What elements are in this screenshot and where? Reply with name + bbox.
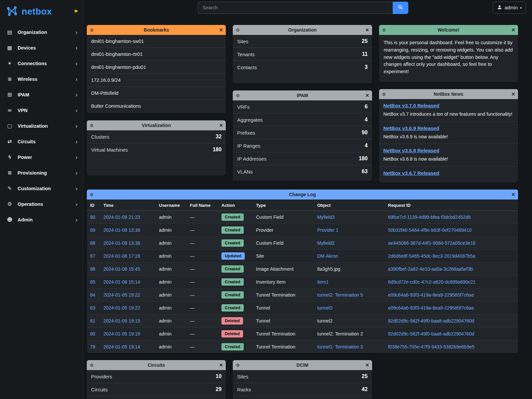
news-link[interactable]: NetBox v3.6.7 Released: [383, 170, 439, 176]
request-id-link[interactable]: a390fbef-2a82-4e10-aa0a-3c268aa5ef3b: [388, 266, 473, 272]
sidebar-item-devices[interactable]: ▦ Devices ›: [0, 40, 83, 56]
change-id-link[interactable]: 84: [90, 292, 95, 298]
widget-config-icon[interactable]: ⚙: [236, 28, 240, 32]
request-id-link[interactable]: 69fce7cf-1139-4d99-bfea-f3dcbd2452d6: [388, 214, 471, 220]
object-link[interactable]: tunnel2: Termination 5: [317, 292, 363, 298]
sidebar-item-provisioning[interactable]: ≡ Provisioning ›: [0, 165, 83, 181]
widget-close-icon[interactable]: ×: [219, 122, 223, 128]
request-id-link[interactable]: 92d02d9c-562f-49f0-baa8-adb22904760d: [388, 331, 474, 336]
widget-config-icon[interactable]: ⚙: [382, 28, 386, 32]
change-id-link[interactable]: 87: [90, 253, 95, 259]
stat-value[interactable]: 25: [362, 38, 368, 44]
change-id-link[interactable]: 85: [90, 279, 95, 285]
widget-close-icon[interactable]: ×: [511, 192, 515, 198]
widget-config-icon[interactable]: ⚙: [90, 193, 94, 197]
sidebar-item-connections[interactable]: ✴ Connections ›: [0, 56, 83, 71]
news-link[interactable]: NetBox v3.7.0 Released: [383, 103, 439, 108]
sidebar-item-operations[interactable]: ⚙ Operations ›: [0, 196, 83, 212]
stat-value[interactable]: 63: [362, 169, 368, 175]
object-link[interactable]: item1: [317, 279, 329, 285]
change-id-link[interactable]: 83: [90, 305, 95, 311]
request-id-link[interactable]: 50b32f40-5464-4f9c-b83f-0ef270489410: [388, 227, 471, 233]
bookmark-link[interactable]: Butler Communications: [87, 99, 226, 112]
stat-value[interactable]: 180: [213, 147, 222, 153]
stat-value[interactable]: 42: [362, 386, 368, 392]
search-input[interactable]: [198, 2, 393, 14]
widget-config-icon[interactable]: ⚙: [236, 93, 240, 98]
bookmark-link[interactable]: 172.16.0.9/24: [87, 73, 226, 86]
news-link[interactable]: NetBox v3.6.9 Released: [383, 125, 439, 131]
search-button[interactable]: [393, 2, 408, 14]
request-id-link[interactable]: e09c64a6-93f3-419a-8ea9-229585f7c6ae: [388, 305, 474, 311]
change-time-link[interactable]: 2024-01-08 15:14: [103, 279, 140, 285]
sidebar-item-vpn[interactable]: ∞ VPN ›: [0, 102, 83, 118]
object-link[interactable]: Myfield2: [317, 240, 334, 246]
change-id-link[interactable]: 89: [90, 227, 95, 233]
widget-config-icon[interactable]: ⚙: [90, 28, 94, 32]
object-link[interactable]: Myfield3: [317, 214, 334, 220]
widget-close-icon[interactable]: ×: [219, 27, 223, 33]
widget-config-icon[interactable]: ⚙: [90, 123, 94, 128]
request-id-link[interactable]: 92d02d9c-562f-49f0-baa8-adb22904760d: [388, 318, 474, 324]
change-time-link[interactable]: 2024-01-09 13:38: [103, 240, 140, 246]
change-time-link[interactable]: 2024-01-08 15:45: [103, 266, 140, 272]
widget-close-icon[interactable]: ×: [365, 362, 369, 368]
change-id-link[interactable]: 81: [90, 318, 95, 324]
request-id-link[interactable]: 2d6d6e8f-5465-45dc-8ec3-2019d4087b5a: [388, 253, 475, 259]
stat-value[interactable]: 10: [216, 373, 222, 379]
widget-close-icon[interactable]: ×: [511, 91, 515, 97]
stat-value[interactable]: 25: [362, 373, 368, 379]
sidebar-pin-icon[interactable]: ⚑: [74, 9, 78, 15]
sidebar-item-organization[interactable]: ▤ Organization ›: [0, 24, 83, 40]
bookmark-link[interactable]: dmi01-binghamton-pdu01: [87, 61, 226, 73]
change-id-link[interactable]: 88: [90, 240, 95, 246]
widget-close-icon[interactable]: ×: [219, 362, 223, 368]
change-time-link[interactable]: 2024-01-05 19:14: [103, 344, 140, 349]
sidebar-item-ipam[interactable]: ⊞ IPAM ›: [0, 87, 83, 102]
widget-close-icon[interactable]: ×: [365, 92, 369, 98]
stat-value[interactable]: 90: [362, 130, 368, 136]
widget-config-icon[interactable]: ⚙: [382, 92, 386, 96]
brand-name[interactable]: netbox: [22, 7, 52, 17]
stat-value[interactable]: 3: [365, 64, 368, 70]
change-time-link[interactable]: 2024-01-05 19:15: [103, 331, 140, 336]
sidebar-item-power[interactable]: ϟ Power ›: [0, 149, 83, 165]
stat-value[interactable]: 29: [216, 386, 222, 392]
stat-value[interactable]: 4: [365, 117, 368, 123]
sidebar-item-customization[interactable]: ✎ Customization ›: [0, 181, 83, 196]
change-id-link[interactable]: 79: [90, 344, 95, 349]
bookmark-link[interactable]: DM-Pittsfield: [87, 86, 226, 99]
change-id-link[interactable]: 86: [90, 266, 95, 272]
object-link[interactable]: tunnel2: [317, 305, 332, 311]
change-time-link[interactable]: 2024-01-05 19:15: [103, 318, 140, 324]
stat-value[interactable]: 11: [362, 51, 368, 57]
sidebar-item-circuits[interactable]: ⇄ Circuits ›: [0, 134, 83, 149]
change-time-link[interactable]: 2024-01-05 19:22: [103, 305, 140, 311]
stat-value[interactable]: 4: [365, 143, 368, 149]
sidebar-item-wireless[interactable]: ≋ Wireless ›: [0, 71, 83, 87]
stat-value[interactable]: 180: [359, 156, 368, 162]
request-id-link[interactable]: e09c64a6-93f3-419a-8ea9-229585f7c6ae: [388, 292, 474, 298]
netbox-logo-icon[interactable]: [5, 5, 19, 19]
change-id-link[interactable]: 80: [90, 331, 95, 336]
change-time-link[interactable]: 2024-01-05 19:22: [103, 292, 140, 298]
bookmark-link[interactable]: dmi01-binghamton-sw01: [87, 35, 226, 48]
change-time-link[interactable]: 2024-01-09 13:38: [103, 227, 140, 233]
request-id-link[interactable]: f038e755-705e-47f3-9433-5392b9e6b9e5: [388, 344, 474, 349]
widget-config-icon[interactable]: ⚙: [90, 363, 94, 367]
bookmark-link[interactable]: dmi01-binghamton-rtr01: [87, 48, 226, 61]
request-id-link[interactable]: 8d9cd72e-cd0c-47c2-a620-dc899a690c21: [388, 279, 475, 285]
stat-value[interactable]: 32: [216, 134, 222, 140]
change-id-link[interactable]: 90: [90, 214, 95, 220]
widget-close-icon[interactable]: ×: [511, 27, 515, 33]
change-time-link[interactable]: 2024-01-09 21:23: [103, 214, 140, 220]
sidebar-item-virtualization[interactable]: ▢ Virtualization ›: [0, 118, 83, 134]
user-menu-button[interactable]: admin ▾: [493, 2, 526, 14]
widget-config-icon[interactable]: ⚙: [236, 363, 240, 367]
object-link[interactable]: tunnel1: Termination 3: [317, 344, 363, 349]
widget-close-icon[interactable]: ×: [365, 27, 369, 33]
request-id-link[interactable]: ae445066-387d-44f1-9084-572a05ce3e16: [388, 240, 475, 246]
object-link[interactable]: DM-Akron: [317, 253, 338, 259]
news-link[interactable]: NetBox v3.6.8 Released: [383, 148, 439, 153]
change-time-link[interactable]: 2024-01-08 17:28: [103, 253, 140, 259]
